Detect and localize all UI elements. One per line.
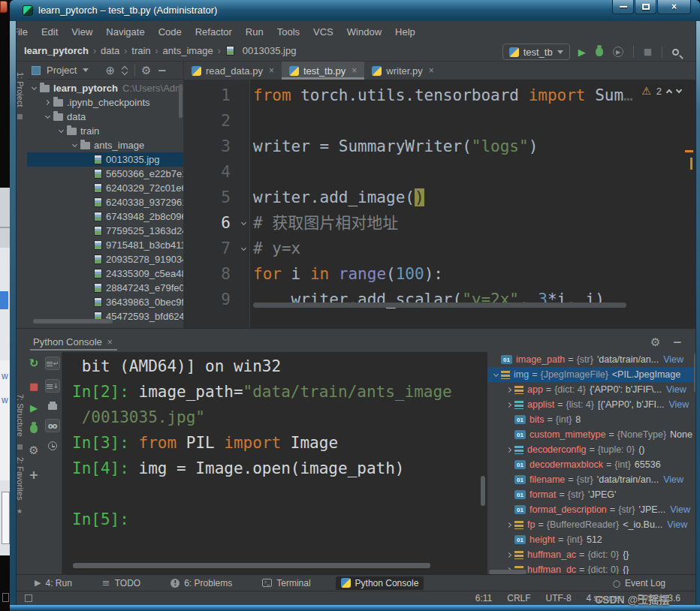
console-line[interactable]: /0013035.jpg" xyxy=(72,405,452,430)
status-item[interactable]: UTF-8 xyxy=(546,593,572,603)
inspection-widget[interactable]: 2 xyxy=(639,84,683,98)
show-variables-button[interactable] xyxy=(45,419,60,432)
view-link[interactable]: View xyxy=(659,354,683,365)
variable-row-decoderconfig[interactable]: decoderconfig={tuple: 0}() xyxy=(487,442,700,457)
maximize-button[interactable] xyxy=(635,0,656,14)
code-line[interactable]: writer = SummaryWriter("logs") xyxy=(253,134,633,159)
tree-item[interactable]: ants_image xyxy=(27,138,183,152)
code-line[interactable] xyxy=(253,159,633,185)
stop-icon[interactable] xyxy=(29,381,38,392)
menu-item-view[interactable]: View xyxy=(65,26,99,38)
collapse-all-icon[interactable] xyxy=(121,66,128,75)
tree-item[interactable]: .ipynb_checkpoints xyxy=(27,95,183,110)
code-area[interactable]: 123456789 from torch.utils.tensorboard i… xyxy=(184,80,695,328)
console-line[interactable]: In[2]: image_path="data/train/ants_image xyxy=(72,379,452,405)
tree-item[interactable]: 9715481_b3cb411 xyxy=(27,238,183,252)
tree-item[interactable]: 5650366_e22b7e1 xyxy=(27,167,183,181)
debug-icon[interactable] xyxy=(596,47,603,56)
run-icon[interactable] xyxy=(578,47,586,58)
scroll-to-end-icon[interactable] xyxy=(46,381,59,392)
todo-icon[interactable] xyxy=(102,577,110,588)
menu-item-code[interactable]: Code xyxy=(152,26,189,38)
menu-item-navigate[interactable]: Navigate xyxy=(99,26,151,38)
project-panel-title[interactable]: Project xyxy=(47,65,77,76)
menu-item-help[interactable]: Help xyxy=(388,26,422,38)
problems-icon[interactable] xyxy=(170,579,180,588)
code-line[interactable]: writer.add_scalar("y=2x", 3*i, i) xyxy=(253,287,633,312)
tree-item[interactable]: 24335309_c5ea48 xyxy=(27,266,183,281)
error-stripe-mark[interactable] xyxy=(685,150,693,152)
toolwindow-button-todo[interactable]: TODO xyxy=(97,576,146,590)
editor[interactable]: read_data.py×test_tb.py×writer.py× 12345… xyxy=(184,62,695,328)
hide-panel-icon[interactable] xyxy=(158,64,167,77)
tree-item[interactable]: 6240329_72c01e6 xyxy=(27,181,183,195)
terminal-icon[interactable] xyxy=(262,579,272,587)
print-button[interactable] xyxy=(48,402,57,410)
debug-icon[interactable] xyxy=(30,424,38,433)
run-icon[interactable] xyxy=(30,402,38,414)
variable-row-image_path[interactable]: image_path={str}'data/train/an...View xyxy=(487,352,700,367)
variable-row-height[interactable]: height={int}512 xyxy=(487,532,700,547)
locate-file-icon[interactable] xyxy=(105,64,115,77)
chevron-right-icon[interactable] xyxy=(504,523,514,527)
chevron-down-icon[interactable] xyxy=(42,116,53,118)
variable-row-format_description[interactable]: format_description={str}'JPE...View xyxy=(487,502,700,517)
run-configuration-select[interactable]: test_tb xyxy=(502,44,570,60)
close-tab-icon[interactable]: × xyxy=(352,65,357,76)
menu-item-vcs[interactable]: VCS xyxy=(306,26,340,38)
toolwindow-button-6-problems[interactable]: 6: Problems xyxy=(165,576,237,590)
variable-row-bits[interactable]: bits={int}8 xyxy=(487,412,700,427)
editor-tab-read_data.py[interactable]: read_data.py× xyxy=(184,62,282,80)
fold-marker-icon[interactable] xyxy=(237,210,250,236)
breadcrumb-item[interactable]: train xyxy=(131,45,150,56)
variable-row-fp[interactable]: fp={BufferedReader}<_io.Bu...View xyxy=(487,517,700,532)
gear-icon[interactable] xyxy=(650,336,660,349)
variable-row-filename[interactable]: filename={str}'data/train/an...View xyxy=(487,472,700,487)
next-problem-icon[interactable] xyxy=(676,86,682,92)
editor-tab-test_tb.py[interactable]: test_tb.py× xyxy=(282,62,364,80)
toolwindow-button-python-console[interactable]: Python Console xyxy=(336,576,424,590)
console-line[interactable]: bit (AMD64)] on win32 xyxy=(72,354,452,379)
coverage-icon[interactable] xyxy=(613,47,623,57)
code-line[interactable] xyxy=(253,108,633,134)
run-icon[interactable] xyxy=(35,578,41,588)
hide-panel-icon[interactable] xyxy=(672,336,682,349)
console-line[interactable]: In[5]: xyxy=(72,507,452,532)
chevron-down-icon[interactable] xyxy=(56,130,66,132)
menu-item-edit[interactable]: Edit xyxy=(35,26,65,38)
print-icon[interactable] xyxy=(48,404,57,410)
breadcrumb-item[interactable]: 0013035.jpg xyxy=(243,45,297,56)
breadcrumb-item[interactable]: learn_pytorch xyxy=(24,45,89,56)
breadcrumb-item[interactable]: data xyxy=(101,45,119,56)
tree-item[interactable]: 28847243_e79fe0 xyxy=(27,281,183,295)
previous-problem-icon[interactable] xyxy=(666,89,672,95)
toolwindow-toggle-icon[interactable] xyxy=(25,594,32,602)
chevron-down-icon[interactable] xyxy=(83,68,89,72)
title-bar[interactable]: learn_pytorch – test_tb.py (Administrato… xyxy=(10,0,700,21)
tree-item[interactable]: train xyxy=(27,124,183,138)
close-button[interactable]: × xyxy=(657,0,691,14)
close-icon[interactable]: × xyxy=(107,337,113,348)
tree-item[interactable]: 7759525_1363d24 xyxy=(27,224,183,238)
code-text[interactable]: from torch.utils.tensorboard import Sum…… xyxy=(253,83,633,312)
history-button[interactable] xyxy=(48,441,57,450)
close-tab-icon[interactable]: × xyxy=(429,65,434,76)
console-vertical-scrollbar[interactable] xyxy=(481,476,485,506)
chevron-right-icon[interactable] xyxy=(504,448,514,452)
status-item[interactable]: CRLF xyxy=(507,593,530,603)
soft-wrap-icon[interactable] xyxy=(46,358,59,369)
console-line[interactable] xyxy=(72,481,452,507)
tree-item[interactable]: 6743948_2b8c096 xyxy=(27,209,183,224)
breadcrumb-item[interactable]: ants_image xyxy=(163,45,213,56)
variable-row-huffman_ac[interactable]: huffman_ac={dict: 0}{} xyxy=(487,547,700,562)
code-line[interactable]: # 获取图片相对地址 xyxy=(253,210,633,236)
view-link[interactable]: View xyxy=(659,474,683,485)
tree-item[interactable]: 20935278_919034 xyxy=(27,252,183,266)
gear-icon[interactable] xyxy=(141,64,151,77)
search-icon[interactable] xyxy=(672,49,679,56)
tree-item[interactable]: 0013035.jpg xyxy=(27,152,183,167)
view-link[interactable]: View xyxy=(662,519,687,530)
chevron-right-icon[interactable] xyxy=(42,101,53,104)
chevron-down-icon[interactable] xyxy=(69,144,80,146)
chevron-right-icon[interactable] xyxy=(504,388,514,392)
